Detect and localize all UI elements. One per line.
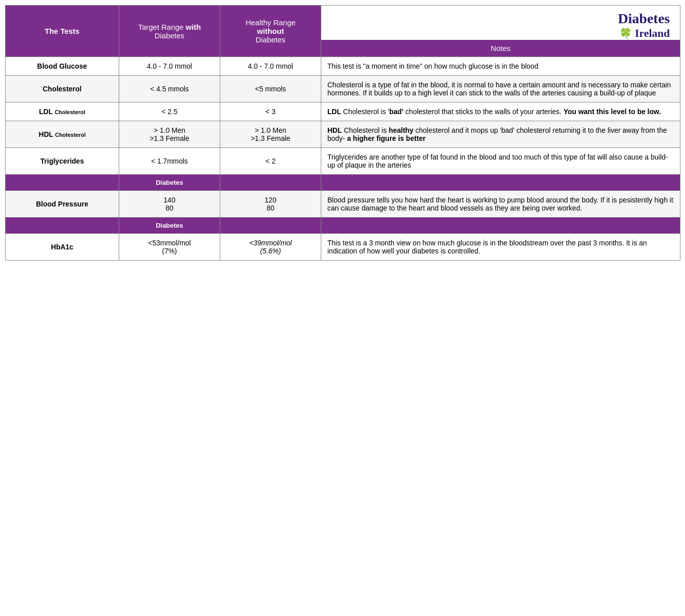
notes-cell: This test is a 3 month view on how much …	[321, 234, 680, 261]
target-value: < 2.5	[119, 102, 220, 121]
subheader-empty-right	[220, 175, 321, 191]
notes-cell: Blood pressure tells you how hard the he…	[321, 191, 680, 218]
healthy-value: > 1.0 Men>1.3 Female	[220, 121, 321, 148]
test-name-cell: Cholesterol	[6, 76, 119, 102]
healthy-value: <39mmol/mol(5.6%)	[220, 234, 321, 261]
logo-cell: Diabetes 🍀 Ireland Notes	[321, 6, 680, 57]
notes-cell: Triglycerides are another type of fat fo…	[321, 148, 680, 175]
logo-area: Diabetes 🍀 Ireland	[321, 6, 680, 40]
healthy-value: < 3	[220, 102, 321, 121]
notes-cell: HDL Cholesterol is healthy cholesterol a…	[321, 121, 680, 148]
healthy-value: 12080	[220, 191, 321, 218]
healthy-value: <5 mmols	[220, 76, 321, 102]
logo-leaf-icon: 🍀	[619, 27, 632, 39]
test-name-cell: LDL Cholesterol	[6, 102, 119, 121]
column-header-healthy: Healthy Range without Diabetes	[220, 6, 321, 57]
notes-cell: This test is "a moment in time" on how m…	[321, 57, 680, 76]
subheader-empty-notes	[321, 175, 680, 191]
subheader-empty-left	[6, 218, 119, 234]
test-name-cell: HbA1c	[6, 234, 119, 261]
target-value: <53mmol/mol(7%)	[119, 234, 220, 261]
healthy-value: < 2	[220, 148, 321, 175]
column-header-target: Target Range with Diabetes	[119, 6, 220, 57]
column-header-tests: The Tests	[6, 6, 119, 57]
subheader-empty-left	[6, 175, 119, 191]
notes-cell: Cholesterol is a type of fat in the bloo…	[321, 76, 680, 102]
healthy-value: 4.0 - 7.0 mmol	[220, 57, 321, 76]
subheader-empty-notes	[321, 218, 680, 234]
target-value: 14080	[119, 191, 220, 218]
test-name-cell: Blood Glucose	[6, 57, 119, 76]
target-value: 4.0 - 7.0 mmol	[119, 57, 220, 76]
target-value: < 4.5 mmols	[119, 76, 220, 102]
subheader-label: Diabetes	[119, 175, 220, 191]
logo-diabetes: Diabetes	[331, 11, 670, 27]
notes-header-label: Notes	[321, 40, 680, 57]
subheader-label: Diabetes	[119, 218, 220, 234]
test-name-cell: Blood Pressure	[6, 191, 119, 218]
logo-ireland-text: Ireland	[635, 27, 670, 40]
target-value: > 1.0 Men>1.3 Female	[119, 121, 220, 148]
test-name-cell: Triglycerides	[6, 148, 119, 175]
test-name-cell: HDL Cholesterol	[6, 121, 119, 148]
logo-ireland-row: 🍀 Ireland	[331, 27, 670, 40]
notes-cell: LDL Cholesterol is 'bad' cholesterol tha…	[321, 102, 680, 121]
subheader-empty-right	[220, 218, 321, 234]
target-value: < 1.7mmols	[119, 148, 220, 175]
